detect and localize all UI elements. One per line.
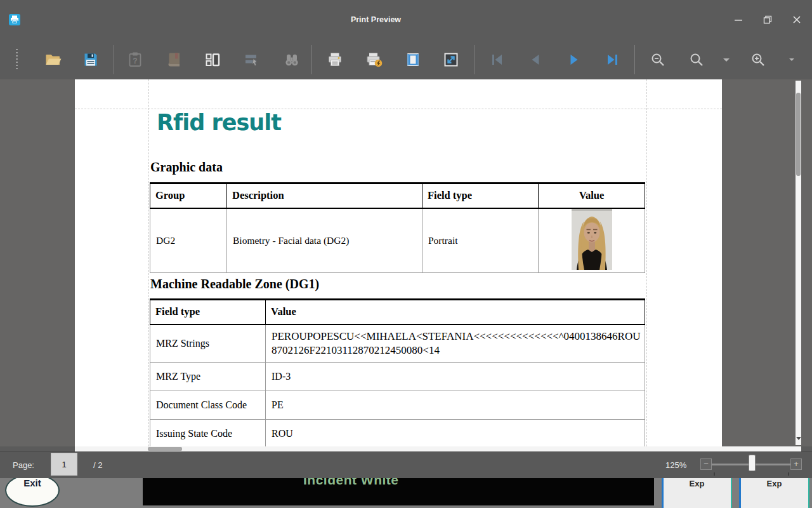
export-button-left-label: Exp bbox=[664, 479, 731, 488]
minimize-button[interactable] bbox=[728, 10, 749, 30]
screen: Exit Incident White Exp Exp Print Previe… bbox=[0, 0, 812, 508]
toolbar-separator bbox=[634, 45, 635, 74]
zoom-in-button[interactable] bbox=[744, 46, 772, 74]
restore-button[interactable] bbox=[757, 10, 778, 30]
status-bar: Page: / 2 125% − + bbox=[0, 451, 812, 478]
section-heading-mrz: Machine Readable Zone (DG1) bbox=[150, 277, 319, 291]
column-header: Value bbox=[266, 300, 645, 324]
chevron-down-icon bbox=[723, 58, 730, 62]
hand-select-button bbox=[238, 46, 266, 74]
table-row: MRZ Strings PEROUPOPESCU<<MIHAELA<STEFAN… bbox=[150, 324, 645, 363]
horizontal-scrollbar-thumb[interactable] bbox=[148, 447, 182, 451]
svg-text:?: ? bbox=[133, 57, 137, 65]
table-cell: DG2 bbox=[150, 208, 227, 273]
scrollbar-down-arrow-icon[interactable] bbox=[796, 437, 801, 440]
table-cell: ID-3 bbox=[266, 363, 645, 391]
horizontal-scrollbar[interactable] bbox=[75, 446, 801, 451]
slider-tick bbox=[714, 472, 715, 476]
toolbar-grip[interactable] bbox=[16, 49, 18, 70]
print-button[interactable] bbox=[321, 46, 349, 74]
printer-icon bbox=[326, 51, 344, 69]
scale-resize-icon bbox=[442, 51, 460, 69]
zoom-slider-minus-button[interactable]: − bbox=[700, 458, 712, 470]
export-button-right-label: Exp bbox=[741, 479, 808, 488]
save-floppy-icon bbox=[82, 51, 100, 69]
toolbar-separator bbox=[114, 45, 114, 74]
minimize-icon bbox=[734, 15, 743, 24]
table-cell: ROU bbox=[266, 420, 645, 447]
zoom-out-button[interactable] bbox=[644, 46, 672, 74]
portrait-photo bbox=[572, 209, 612, 270]
page-total: / 2 bbox=[93, 460, 102, 470]
page-label: Page: bbox=[13, 460, 34, 470]
table-row: MRZ Type ID-3 bbox=[150, 363, 645, 391]
vertical-scrollbar-thumb[interactable] bbox=[796, 93, 801, 176]
last-page-button[interactable] bbox=[599, 46, 627, 74]
zoom-in-icon bbox=[750, 51, 766, 68]
previous-page-icon bbox=[528, 52, 543, 67]
section-heading-graphic: Graphic data bbox=[150, 160, 223, 175]
table-cell: PE bbox=[266, 391, 645, 420]
bookmarks-button bbox=[160, 46, 188, 74]
chevron-down-icon bbox=[789, 58, 794, 61]
binoculars-icon bbox=[283, 51, 301, 69]
clipboard-question-icon: ? bbox=[126, 51, 144, 69]
first-page-icon bbox=[489, 52, 504, 67]
save-button[interactable] bbox=[77, 46, 105, 74]
close-button[interactable] bbox=[787, 10, 807, 30]
table-row: Document Class Code PE bbox=[150, 391, 645, 420]
column-header: Group bbox=[150, 184, 227, 208]
margin-guide-right bbox=[646, 79, 647, 446]
page-number-input[interactable] bbox=[51, 453, 77, 476]
page-margins-button[interactable] bbox=[399, 46, 427, 74]
thumbnails-layout-icon bbox=[204, 51, 221, 69]
document-page: Rfid result Graphic data Group Descripti… bbox=[75, 79, 722, 446]
table-cell-portrait bbox=[539, 208, 645, 273]
next-page-button[interactable] bbox=[560, 46, 588, 74]
zoom-tool-button[interactable] bbox=[683, 46, 710, 74]
scale-button[interactable] bbox=[437, 46, 465, 74]
preview-area: Rfid result Graphic data Group Descripti… bbox=[0, 79, 812, 446]
zoom-slider-thumb[interactable] bbox=[749, 455, 756, 471]
zoom-slider-plus-button[interactable]: + bbox=[790, 458, 802, 470]
banner-text: Incident White bbox=[303, 478, 399, 488]
exit-button[interactable]: Exit bbox=[5, 474, 60, 507]
close-icon bbox=[792, 15, 801, 24]
toolbar-overflow-button[interactable] bbox=[787, 46, 797, 74]
export-button-right-face: Exp bbox=[741, 474, 808, 508]
table-cell: PEROUPOPESCU<<MIHAELA<STEFANIA<<<<<<<<<<… bbox=[266, 324, 645, 363]
table-cell: MRZ Strings bbox=[150, 324, 266, 363]
column-header: Field type bbox=[422, 184, 539, 208]
select-cursor-icon bbox=[243, 51, 261, 69]
previous-page-button bbox=[521, 46, 549, 74]
exit-button-label: Exit bbox=[6, 478, 58, 488]
margin-guide-left bbox=[148, 79, 149, 446]
slider-tick bbox=[788, 472, 789, 476]
table-cell: MRZ Type bbox=[150, 363, 266, 391]
table-cell: Issuing State Code bbox=[150, 420, 266, 447]
table-row: Issuing State Code ROU bbox=[150, 420, 645, 447]
column-header: Field type bbox=[150, 300, 266, 324]
table-cell: Portrait bbox=[422, 208, 539, 273]
quick-print-button[interactable] bbox=[360, 46, 388, 74]
open-file-button[interactable] bbox=[39, 46, 67, 74]
mrz-string-value: PEROUPOPESCU<<MIHAELA<STEFANIA<<<<<<<<<<… bbox=[272, 330, 641, 358]
doc-title: Rfid result bbox=[157, 110, 281, 135]
zoom-dropdown-button[interactable] bbox=[721, 46, 731, 74]
margin-guide-top bbox=[75, 109, 722, 109]
column-header: Description bbox=[227, 184, 422, 208]
thumbnails-view-button[interactable] bbox=[199, 46, 226, 74]
paste-button: ? bbox=[121, 46, 149, 74]
next-page-icon bbox=[566, 52, 582, 67]
table-cell: Biometry - Facial data (DG2) bbox=[227, 208, 422, 273]
magnifier-icon bbox=[688, 51, 705, 68]
table-cell: Document Class Code bbox=[150, 391, 266, 420]
toolbar-separator bbox=[475, 45, 475, 74]
restore-icon bbox=[763, 15, 772, 24]
printer-lightning-icon bbox=[365, 51, 383, 69]
background-banner: Incident White bbox=[143, 478, 654, 505]
table-header-row: Field type Value bbox=[150, 300, 645, 324]
graphic-data-table: Group Description Field type Value DG2 B… bbox=[150, 182, 645, 273]
export-button-left-face: Exp bbox=[664, 474, 731, 508]
print-preview-dialog: Print Preview bbox=[0, 0, 812, 478]
